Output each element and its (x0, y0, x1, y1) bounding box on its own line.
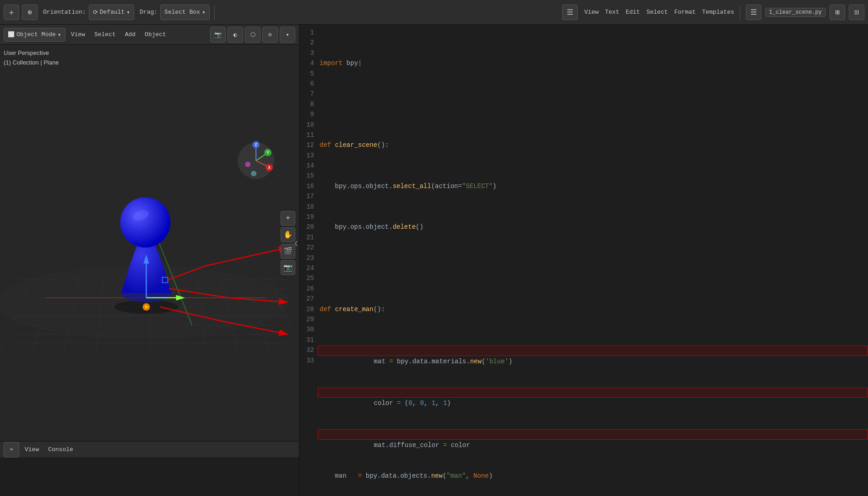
pan-tool-btn[interactable]: ✋ (281, 227, 295, 242)
open-file-icon[interactable]: ⊡ (849, 5, 864, 20)
svg-text:X: X (268, 166, 271, 170)
filename-badge: 1_clear_scene.py (765, 8, 826, 17)
code-line-7: def create_man(): (318, 304, 868, 314)
code-line-2 (318, 99, 868, 109)
object-menu-btn[interactable]: Object (141, 28, 170, 42)
camera-view-icon[interactable]: 📷 (210, 27, 226, 43)
code-line-5: bpy.ops.object.delete() (318, 222, 868, 232)
object-mode-dropdown[interactable]: ⬜ Object Mode ▾ (4, 28, 65, 42)
orientation-icon: ⟳ (93, 9, 98, 16)
console-menu-btn[interactable]: Console (44, 443, 77, 457)
chevron-down-icon2: ▾ (202, 9, 206, 16)
console-view-btn[interactable]: View (21, 443, 43, 457)
drag-mode-dropdown[interactable]: Select Box ▾ (160, 5, 210, 20)
edit-menu[interactable]: Edit (626, 9, 640, 16)
svg-text:Z: Z (255, 143, 257, 147)
top-toolbar: ✛ ⊕ Orientation: ⟳ Default ▾ Drag: Selec… (0, 0, 868, 25)
overlay-icon[interactable]: ⬡ (245, 27, 260, 43)
orientation-value: Default (100, 9, 125, 16)
format-menu[interactable]: Format (674, 9, 696, 16)
console-panel: ⌨ View Console (0, 441, 299, 496)
console-type-icon[interactable]: ⌨ (4, 442, 19, 458)
add-menu-btn[interactable]: Add (121, 28, 139, 42)
code-line-3: def clear_scene(): (318, 140, 868, 150)
move-icon-btn[interactable]: ⊕ (22, 5, 38, 20)
viewport-panel: ⬜ Object Mode ▾ View Select Add Object 📷… (0, 25, 299, 496)
svg-point-25 (120, 197, 171, 248)
viewport-tools: + ✋ 🎬 📷 (281, 211, 295, 275)
code-content: import bpy| def clear_scene(): bpy.ops.o… (318, 27, 868, 494)
code-line-1: import bpy| (318, 58, 868, 68)
view-menu[interactable]: View (584, 9, 598, 16)
editor-panel: 12345 678910 1112131415 1617181920 21222… (299, 25, 868, 496)
filename-text: 1_clear_scene.py (769, 9, 822, 16)
viewport-collection: (1) Collection | Plane (4, 58, 59, 68)
transform-icon-btn[interactable]: ✛ (4, 5, 19, 20)
select-menu[interactable]: Select (646, 9, 668, 16)
editor-icon2[interactable]: ☰ (746, 5, 761, 20)
code-line-6 (318, 263, 868, 273)
separator2 (740, 5, 740, 19)
sidebar-collapse-btn[interactable]: ❮ (294, 239, 298, 247)
select-menu-btn[interactable]: Select (91, 28, 119, 42)
chevron-down-icon: ▾ (126, 9, 130, 16)
camera-tool-btn[interactable]: 📷 (281, 260, 295, 275)
svg-point-45 (251, 171, 256, 176)
mode-icon: ⬜ (8, 31, 15, 38)
svg-point-28 (145, 306, 148, 308)
viewport-3d[interactable]: Z Y X (0, 45, 299, 441)
new-file-icon[interactable]: ⊞ (830, 5, 845, 20)
svg-point-44 (245, 162, 250, 167)
code-editor[interactable]: 12345 678910 1112131415 1617181920 21222… (299, 25, 868, 496)
orientation-label: Orientation: (43, 9, 86, 16)
editor-type-icon[interactable]: ☰ (562, 5, 578, 20)
console-toolbar: ⌨ View Console (0, 442, 299, 458)
templates-menu[interactable]: Templates (702, 9, 734, 16)
viewport-perspective: User Perspective (4, 49, 59, 58)
code-line-11: man = bpy.data.objects.new("man", None) (318, 471, 868, 481)
add-tool-btn[interactable]: + (281, 211, 295, 226)
gizmo-icon[interactable]: ⊙ (262, 27, 278, 43)
code-line-8: mat = bpy.data.materials.new('blue') (318, 345, 868, 356)
separator1 (214, 5, 215, 19)
text-menu[interactable]: Text (605, 9, 619, 16)
drag-label: Drag: (140, 9, 157, 16)
mode-label: Object Mode (16, 31, 56, 38)
code-line-9: color = (0, 0, 1, 1) (318, 388, 868, 398)
viewport-toolbar: ⬜ Object Mode ▾ View Select Add Object 📷… (0, 25, 299, 45)
mode-chevron: ▾ (58, 31, 61, 38)
render-tool-btn[interactable]: 🎬 (281, 244, 295, 259)
line-numbers: 12345 678910 1112131415 1617181920 21222… (299, 27, 318, 494)
drag-mode-value: Select Box (164, 9, 200, 16)
svg-text:Y: Y (266, 151, 269, 155)
orientation-dropdown[interactable]: ⟳ Default ▾ (89, 5, 134, 20)
code-line-4: bpy.ops.object.select_all(action="SELECT… (318, 181, 868, 191)
shading-icon[interactable]: ◐ (228, 27, 243, 43)
view-menu-btn[interactable]: View (67, 28, 89, 42)
code-line-10: mat.diffuse_color = color (318, 429, 868, 439)
viewport-info: User Perspective (1) Collection | Plane (4, 49, 59, 68)
snap-chevron[interactable]: ▾ (280, 27, 295, 43)
main-area: ⬜ Object Mode ▾ View Select Add Object 📷… (0, 25, 868, 496)
